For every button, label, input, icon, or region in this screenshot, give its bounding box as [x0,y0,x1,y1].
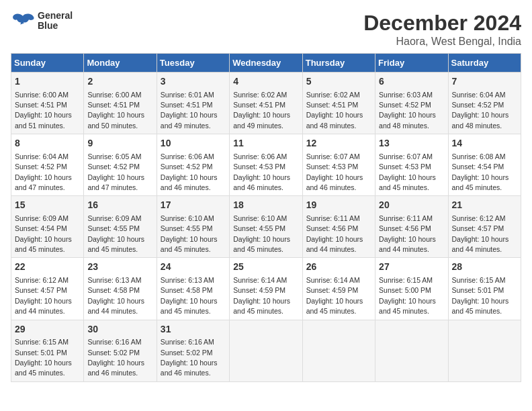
calendar-cell: 4 Sunrise: 6:02 AMSunset: 4:51 PMDayligh… [230,73,302,134]
day-number: 23 [87,261,152,274]
calendar-cell: 16 Sunrise: 6:09 AMSunset: 4:55 PMDaylig… [84,196,157,258]
calendar-cell: 15 Sunrise: 6:09 AMSunset: 4:54 PMDaylig… [11,196,84,258]
week-row-3: 15 Sunrise: 6:09 AMSunset: 4:54 PMDaylig… [11,196,521,258]
day-number: 19 [306,199,371,212]
day-info: Sunrise: 6:12 AMSunset: 4:57 PMDaylight:… [452,214,509,253]
month-title: December 2024 [363,11,521,36]
day-number: 2 [87,75,152,89]
logo-text: General Blue [38,11,73,32]
calendar-cell: 6 Sunrise: 6:03 AMSunset: 4:52 PMDayligh… [375,73,448,134]
calendar-header-row: SundayMondayTuesdayWednesdayThursdayFrid… [11,54,521,73]
day-info: Sunrise: 6:16 AMSunset: 5:02 PMDaylight:… [87,338,144,377]
calendar-cell: 24 Sunrise: 6:13 AMSunset: 4:58 PMDaylig… [157,258,229,320]
calendar-cell: 23 Sunrise: 6:13 AMSunset: 4:58 PMDaylig… [84,258,157,320]
day-info: Sunrise: 6:11 AMSunset: 4:56 PMDaylight:… [379,214,436,253]
header-wednesday: Wednesday [230,54,302,73]
day-info: Sunrise: 6:06 AMSunset: 4:52 PMDaylight:… [161,152,218,191]
day-number: 4 [233,75,298,89]
day-number: 25 [233,261,298,274]
day-info: Sunrise: 6:01 AMSunset: 4:51 PMDaylight:… [161,91,218,130]
day-info: Sunrise: 6:09 AMSunset: 4:54 PMDaylight:… [15,214,72,253]
calendar-cell: 28 Sunrise: 6:15 AMSunset: 5:01 PMDaylig… [448,258,521,320]
header-monday: Monday [84,54,157,73]
calendar-cell: 2 Sunrise: 6:00 AMSunset: 4:51 PMDayligh… [84,73,157,134]
calendar-cell: 1 Sunrise: 6:00 AMSunset: 4:51 PMDayligh… [11,73,84,134]
day-number: 17 [161,199,226,212]
day-info: Sunrise: 6:11 AMSunset: 4:56 PMDaylight:… [306,214,363,253]
day-info: Sunrise: 6:13 AMSunset: 4:58 PMDaylight:… [87,276,144,315]
calendar-cell: 7 Sunrise: 6:04 AMSunset: 4:52 PMDayligh… [448,73,521,134]
day-number: 27 [379,261,444,274]
day-number: 5 [306,75,371,89]
title-area: December 2024 Haora, West Bengal, India [363,11,521,48]
calendar-cell: 12 Sunrise: 6:07 AMSunset: 4:53 PMDaylig… [302,134,375,196]
day-info: Sunrise: 6:04 AMSunset: 4:52 PMDaylight:… [452,91,509,130]
calendar-cell: 13 Sunrise: 6:07 AMSunset: 4:53 PMDaylig… [375,134,448,196]
calendar-cell: 29 Sunrise: 6:15 AMSunset: 5:01 PMDaylig… [11,320,84,381]
day-number: 21 [452,199,517,212]
day-info: Sunrise: 6:03 AMSunset: 4:52 PMDaylight:… [379,91,436,130]
day-info: Sunrise: 6:13 AMSunset: 4:58 PMDaylight:… [161,276,218,315]
calendar-cell: 3 Sunrise: 6:01 AMSunset: 4:51 PMDayligh… [157,73,229,134]
day-number: 6 [379,75,444,89]
calendar-cell: 19 Sunrise: 6:11 AMSunset: 4:56 PMDaylig… [302,196,375,258]
day-info: Sunrise: 6:15 AMSunset: 5:00 PMDaylight:… [379,276,436,315]
day-number: 28 [452,261,517,274]
day-number: 20 [379,199,444,212]
day-info: Sunrise: 6:16 AMSunset: 5:02 PMDaylight:… [161,338,218,377]
calendar-cell: 18 Sunrise: 6:10 AMSunset: 4:55 PMDaylig… [230,196,302,258]
calendar-cell: 22 Sunrise: 6:12 AMSunset: 4:57 PMDaylig… [11,258,84,320]
calendar-cell: 21 Sunrise: 6:12 AMSunset: 4:57 PMDaylig… [448,196,521,258]
week-row-5: 29 Sunrise: 6:15 AMSunset: 5:01 PMDaylig… [11,320,521,381]
week-row-1: 1 Sunrise: 6:00 AMSunset: 4:51 PMDayligh… [11,73,521,134]
calendar-cell [230,320,302,381]
day-info: Sunrise: 6:07 AMSunset: 4:53 PMDaylight:… [306,152,363,191]
logo-icon [11,11,35,31]
day-info: Sunrise: 6:15 AMSunset: 5:01 PMDaylight:… [452,276,509,315]
day-number: 11 [233,137,298,150]
calendar-cell: 27 Sunrise: 6:15 AMSunset: 5:00 PMDaylig… [375,258,448,320]
day-info: Sunrise: 6:00 AMSunset: 4:51 PMDaylight:… [15,91,72,130]
calendar-cell [302,320,375,381]
calendar-cell: 11 Sunrise: 6:06 AMSunset: 4:53 PMDaylig… [230,134,302,196]
calendar-cell: 9 Sunrise: 6:05 AMSunset: 4:52 PMDayligh… [84,134,157,196]
day-number: 9 [87,137,152,150]
day-number: 29 [15,323,80,336]
page-header: General Blue December 2024 Haora, West B… [11,11,521,48]
day-number: 13 [379,137,444,150]
day-number: 8 [15,137,80,150]
calendar-cell: 26 Sunrise: 6:14 AMSunset: 4:59 PMDaylig… [302,258,375,320]
day-number: 31 [161,323,226,336]
week-row-2: 8 Sunrise: 6:04 AMSunset: 4:52 PMDayligh… [11,134,521,196]
calendar-cell: 8 Sunrise: 6:04 AMSunset: 4:52 PMDayligh… [11,134,84,196]
day-info: Sunrise: 6:04 AMSunset: 4:52 PMDaylight:… [15,152,72,191]
day-number: 24 [161,261,226,274]
header-thursday: Thursday [302,54,375,73]
header-sunday: Sunday [11,54,84,73]
day-info: Sunrise: 6:00 AMSunset: 4:51 PMDaylight:… [87,91,144,130]
location-title: Haora, West Bengal, India [363,36,521,48]
day-info: Sunrise: 6:14 AMSunset: 4:59 PMDaylight:… [306,276,363,315]
calendar-cell: 30 Sunrise: 6:16 AMSunset: 5:02 PMDaylig… [84,320,157,381]
day-number: 3 [161,75,226,89]
day-info: Sunrise: 6:02 AMSunset: 4:51 PMDaylight:… [306,91,363,130]
day-info: Sunrise: 6:14 AMSunset: 4:59 PMDaylight:… [233,276,290,315]
day-number: 12 [306,137,371,150]
day-info: Sunrise: 6:12 AMSunset: 4:57 PMDaylight:… [15,276,72,315]
day-info: Sunrise: 6:15 AMSunset: 5:01 PMDaylight:… [15,338,72,377]
calendar-cell: 17 Sunrise: 6:10 AMSunset: 4:55 PMDaylig… [157,196,229,258]
header-saturday: Saturday [448,54,521,73]
calendar-table: SundayMondayTuesdayWednesdayThursdayFrid… [11,53,521,382]
day-info: Sunrise: 6:06 AMSunset: 4:53 PMDaylight:… [233,152,290,191]
calendar-cell: 20 Sunrise: 6:11 AMSunset: 4:56 PMDaylig… [375,196,448,258]
day-info: Sunrise: 6:08 AMSunset: 4:54 PMDaylight:… [452,152,509,191]
header-friday: Friday [375,54,448,73]
day-number: 22 [15,261,80,274]
header-tuesday: Tuesday [157,54,229,73]
calendar-cell: 25 Sunrise: 6:14 AMSunset: 4:59 PMDaylig… [230,258,302,320]
day-number: 10 [161,137,226,150]
calendar-cell [448,320,521,381]
logo: General Blue [11,11,73,32]
day-number: 14 [452,137,517,150]
day-info: Sunrise: 6:02 AMSunset: 4:51 PMDaylight:… [233,91,290,130]
